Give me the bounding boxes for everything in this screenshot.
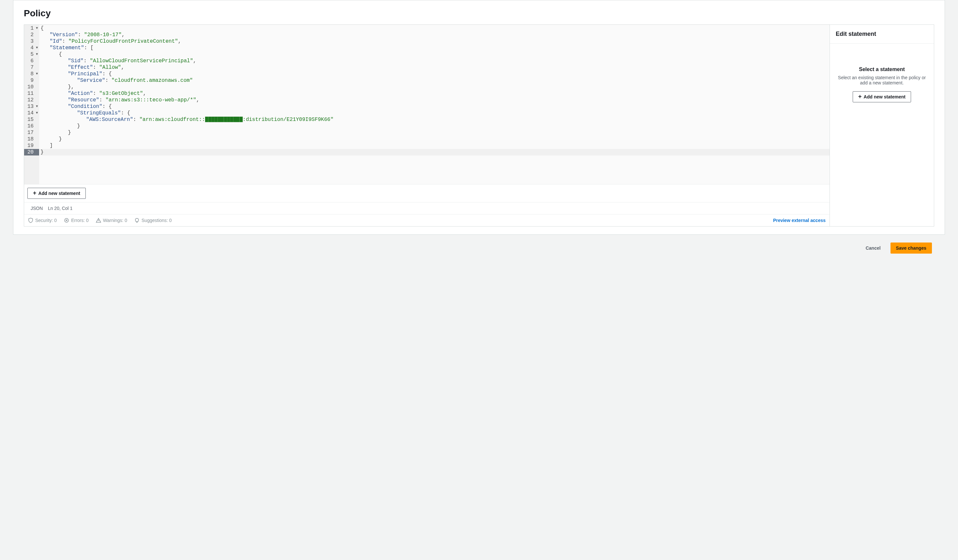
- editor-pane: 1▼234▼5▼678▼910111213▼14▼151617181920 {"…: [24, 25, 830, 226]
- gutter-line: 2: [24, 32, 39, 38]
- side-add-statement-button[interactable]: + Add new statement: [853, 91, 911, 102]
- save-changes-button[interactable]: Save changes: [890, 242, 932, 254]
- code-line[interactable]: ]: [40, 142, 830, 149]
- edit-statement-panel: Edit statement Select a statement Select…: [830, 25, 934, 226]
- footer-actions: Cancel Save changes: [13, 235, 945, 254]
- editor-mode: JSON: [31, 206, 43, 211]
- gutter-line: 16: [24, 123, 39, 130]
- code-line[interactable]: "Statement": [: [40, 45, 830, 51]
- policy-editor: 1▼234▼5▼678▼910111213▼14▼151617181920 {"…: [24, 24, 934, 226]
- security-count: Security: 0: [28, 218, 57, 223]
- fold-icon[interactable]: ▼: [35, 110, 38, 116]
- plus-icon: +: [33, 191, 36, 195]
- code-line[interactable]: "Version": "2008-10-17",: [40, 32, 830, 38]
- gutter-line: 14▼: [24, 110, 39, 116]
- code-line[interactable]: "Sid": "AllowCloudFrontServicePrincipal"…: [40, 58, 830, 64]
- status-bar: JSON Ln 20, Col 1: [24, 202, 830, 214]
- gutter-line: 17: [24, 130, 39, 136]
- code-line[interactable]: {: [40, 25, 830, 32]
- code-line[interactable]: }: [40, 123, 830, 130]
- code-line[interactable]: "Action": "s3:GetObject",: [40, 90, 830, 97]
- code-line[interactable]: }: [40, 130, 830, 136]
- policy-panel: Policy 1▼234▼5▼678▼910111213▼14▼15161718…: [13, 0, 945, 235]
- side-panel-title: Edit statement: [830, 25, 934, 44]
- bulb-icon: [134, 218, 140, 223]
- gutter-line: 13▼: [24, 103, 39, 110]
- fold-icon[interactable]: ▼: [35, 51, 38, 58]
- preview-external-access-link[interactable]: Preview external access: [773, 218, 826, 223]
- shield-icon: [28, 218, 33, 223]
- fold-icon[interactable]: ▼: [35, 71, 38, 77]
- line-gutter: 1▼234▼5▼678▼910111213▼14▼151617181920: [24, 25, 39, 184]
- code-line[interactable]: "StringEquals": {: [40, 110, 830, 116]
- fold-icon[interactable]: ▼: [35, 25, 38, 32]
- side-panel-body: Select an existing statement in the poli…: [836, 75, 927, 85]
- gutter-line: 8▼: [24, 71, 39, 77]
- warnings-count: Warnings: 0: [96, 218, 127, 223]
- code-line[interactable]: "Service": "cloudfront.amazonaws.com": [40, 77, 830, 84]
- errors-count: Errors: 0: [64, 218, 89, 223]
- side-panel-heading: Select a statement: [859, 66, 905, 72]
- gutter-line: 19: [24, 142, 39, 149]
- gutter-line: 7: [24, 64, 39, 71]
- code-line[interactable]: "Resource": "arn:aws:s3:::teco-web-app/*…: [40, 97, 830, 103]
- fold-icon[interactable]: ▼: [35, 103, 38, 110]
- code-line[interactable]: }: [40, 136, 830, 142]
- code-line[interactable]: "Id": "PolicyForCloudFrontPrivateContent…: [40, 38, 830, 45]
- code-lines[interactable]: {"Version": "2008-10-17","Id": "PolicyFo…: [39, 25, 830, 184]
- gutter-line: 11: [24, 90, 39, 97]
- panel-title: Policy: [24, 8, 934, 19]
- code-area[interactable]: 1▼234▼5▼678▼910111213▼14▼151617181920 {"…: [24, 25, 830, 184]
- fold-icon[interactable]: ▼: [35, 45, 38, 51]
- gutter-line: 3: [24, 38, 39, 45]
- code-line[interactable]: },: [40, 84, 830, 90]
- plus-icon: +: [858, 94, 862, 99]
- gutter-line: 9: [24, 77, 39, 84]
- editor-toolbar: + Add new statement: [24, 184, 830, 202]
- gutter-line: 15: [24, 116, 39, 123]
- suggestions-count: Suggestions: 0: [134, 218, 172, 223]
- cancel-button[interactable]: Cancel: [861, 242, 886, 254]
- gutter-line: 20: [24, 149, 39, 155]
- code-line[interactable]: {: [40, 51, 830, 58]
- gutter-line: 10: [24, 84, 39, 90]
- gutter-line: 1▼: [24, 25, 39, 32]
- gutter-line: 6: [24, 58, 39, 64]
- gutter-line: 4▼: [24, 45, 39, 51]
- code-line[interactable]: "Principal": {: [40, 71, 830, 77]
- warning-icon: [96, 218, 101, 223]
- cursor-position: Ln 20, Col 1: [48, 206, 73, 211]
- side-add-statement-label: Add new statement: [864, 93, 906, 100]
- code-line[interactable]: "Condition": {: [40, 103, 830, 110]
- add-statement-button[interactable]: + Add new statement: [27, 188, 86, 199]
- gutter-line: 12: [24, 97, 39, 103]
- code-line[interactable]: "AWS:SourceArn": "arn:aws:cloudfront::██…: [40, 116, 830, 123]
- gutter-line: 18: [24, 136, 39, 142]
- add-statement-label: Add new statement: [38, 190, 80, 196]
- code-line[interactable]: }: [40, 149, 830, 155]
- error-icon: [64, 218, 69, 223]
- code-line[interactable]: "Effect": "Allow",: [40, 64, 830, 71]
- gutter-line: 5▼: [24, 51, 39, 58]
- issues-bar: Security: 0 Errors: 0 Warnings: 0 S: [24, 214, 830, 226]
